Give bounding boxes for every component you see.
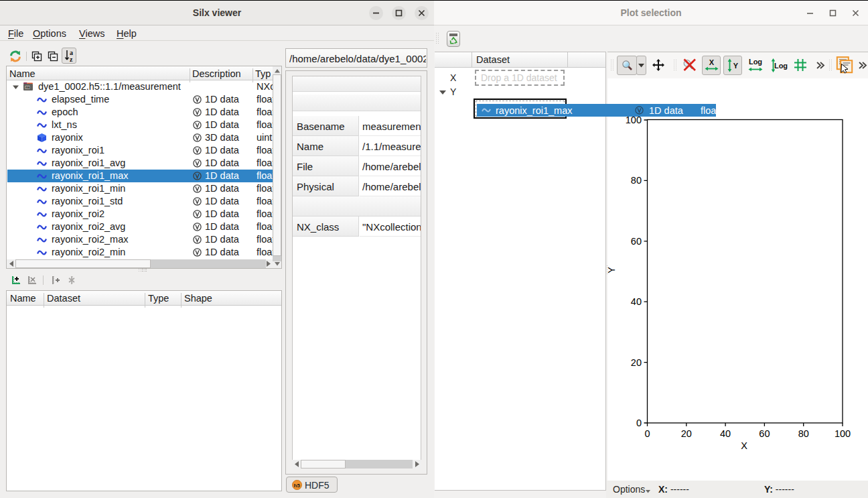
svg-text:80: 80 (798, 428, 809, 439)
svg-text:0: 0 (644, 428, 650, 439)
svg-text:Log: Log (774, 62, 788, 70)
svg-text:0: 0 (636, 418, 642, 428)
svg-text:40: 40 (631, 296, 642, 307)
svg-text:Y: Y (733, 62, 739, 70)
svg-text:60: 60 (631, 236, 642, 247)
svg-text:X: X (741, 440, 747, 451)
svg-text:nx: nx (25, 85, 31, 89)
svg-text:80: 80 (631, 175, 642, 186)
svg-text:X: X (709, 58, 715, 66)
svg-text:20: 20 (631, 357, 642, 368)
svg-text:60: 60 (759, 428, 770, 439)
svg-text:40: 40 (720, 428, 731, 439)
svg-text:100: 100 (835, 428, 851, 439)
svg-text:20: 20 (681, 428, 692, 439)
svg-text:Y: Y (607, 267, 617, 273)
svg-text:Log: Log (749, 58, 762, 66)
svg-text:z: z (70, 56, 73, 63)
